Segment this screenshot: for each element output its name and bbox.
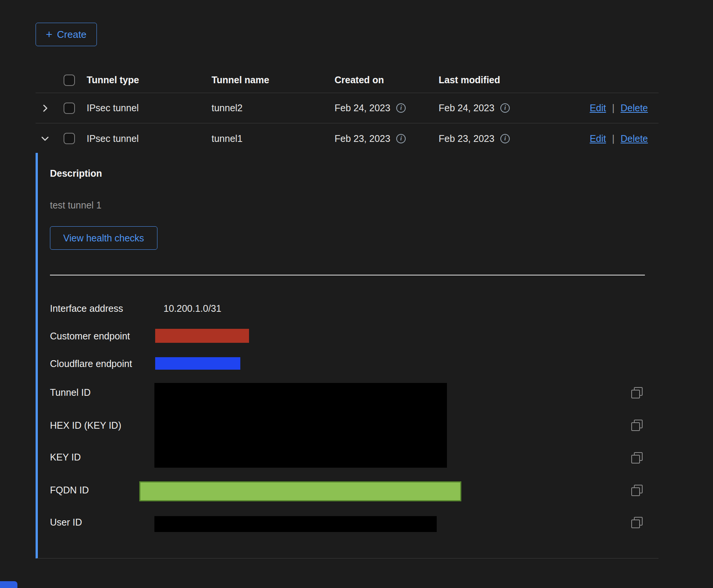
header-last-modified: Last modified bbox=[439, 75, 564, 86]
table-row-tunnel2: IPsec tunnel tunnel2 Feb 24, 2023 Feb 24… bbox=[36, 93, 659, 123]
fqdn-id-redacted-value bbox=[139, 481, 461, 501]
customer-endpoint-label: Customer endpoint bbox=[50, 330, 130, 342]
tunnel-name-cell: tunnel2 bbox=[212, 103, 335, 114]
last-modified-value: Feb 24, 2023 bbox=[439, 103, 494, 114]
info-icon[interactable] bbox=[396, 103, 406, 113]
user-id-label: User ID bbox=[50, 516, 82, 528]
actions-separator: | bbox=[612, 103, 615, 114]
edit-link[interactable]: Edit bbox=[590, 133, 606, 144]
row-actions: Edit | Delete bbox=[564, 133, 659, 144]
create-button-label: Create bbox=[57, 29, 87, 40]
tunnel-type-cell: IPsec tunnel bbox=[87, 133, 212, 144]
create-button[interactable]: Create bbox=[36, 23, 97, 46]
customer-endpoint-redacted-value bbox=[155, 329, 249, 343]
row-checkbox[interactable] bbox=[64, 133, 75, 144]
panel-divider bbox=[50, 275, 645, 275]
copy-icon[interactable] bbox=[631, 420, 643, 431]
created-on-cell: Feb 23, 2023 bbox=[335, 133, 439, 144]
cloudflare-endpoint-label: Cloudflare endpoint bbox=[50, 358, 132, 369]
tunnel-name-cell: tunnel1 bbox=[212, 133, 335, 144]
checkbox-cell bbox=[58, 103, 87, 114]
copy-icon[interactable] bbox=[631, 517, 643, 528]
user-id-redacted-value bbox=[154, 516, 437, 532]
hex-id-label: HEX ID (KEY ID) bbox=[50, 420, 121, 431]
row-actions: Edit | Delete bbox=[564, 103, 659, 114]
tunnel-type-cell: IPsec tunnel bbox=[87, 103, 212, 114]
table-row-tunnel1: IPsec tunnel tunnel1 Feb 23, 2023 Feb 23… bbox=[36, 123, 659, 154]
last-modified-cell: Feb 23, 2023 bbox=[439, 133, 564, 144]
delete-link[interactable]: Delete bbox=[621, 103, 648, 114]
created-on-cell: Feb 24, 2023 bbox=[335, 103, 439, 114]
copy-icon[interactable] bbox=[631, 387, 643, 398]
expand-cell bbox=[36, 134, 58, 143]
fqdn-id-label: FQDN ID bbox=[50, 484, 89, 496]
created-on-value: Feb 23, 2023 bbox=[335, 133, 390, 144]
chevron-right-icon[interactable] bbox=[40, 103, 50, 113]
header-created-on: Created on bbox=[335, 75, 439, 86]
last-modified-value: Feb 23, 2023 bbox=[439, 133, 494, 144]
last-modified-cell: Feb 24, 2023 bbox=[439, 103, 564, 114]
info-icon[interactable] bbox=[500, 103, 510, 113]
checkbox-cell bbox=[58, 133, 87, 144]
header-tunnel-type: Tunnel type bbox=[87, 75, 212, 86]
corner-blue-widget[interactable] bbox=[0, 581, 17, 588]
info-icon[interactable] bbox=[396, 134, 406, 143]
description-value: test tunnel 1 bbox=[50, 200, 101, 211]
cloudflare-endpoint-redacted-value bbox=[155, 357, 240, 370]
select-all-checkbox[interactable] bbox=[64, 75, 75, 86]
actions-separator: | bbox=[612, 133, 615, 144]
created-on-value: Feb 24, 2023 bbox=[335, 103, 390, 114]
expand-cell bbox=[36, 103, 58, 113]
tunnel-details-panel: Description test tunnel 1 View health ch… bbox=[36, 153, 659, 558]
copy-icon[interactable] bbox=[631, 452, 643, 464]
view-health-checks-button[interactable]: View health checks bbox=[50, 226, 157, 250]
delete-link[interactable]: Delete bbox=[621, 133, 648, 144]
interface-address-value: 10.200.1.0/31 bbox=[163, 303, 221, 314]
row-checkbox[interactable] bbox=[64, 103, 75, 114]
tunnel-hex-key-redacted-values bbox=[154, 383, 447, 468]
tunnels-page: Create Tunnel type Tunnel name Created o… bbox=[0, 0, 713, 588]
header-checkbox-cell bbox=[58, 75, 87, 86]
table-header-row: Tunnel type Tunnel name Created on Last … bbox=[36, 67, 659, 93]
copy-icon[interactable] bbox=[631, 485, 643, 496]
interface-address-label: Interface address bbox=[50, 303, 123, 314]
chevron-down-icon[interactable] bbox=[40, 134, 50, 143]
edit-link[interactable]: Edit bbox=[590, 103, 606, 114]
description-label: Description bbox=[50, 168, 102, 179]
plus-icon bbox=[46, 29, 53, 40]
key-id-label: KEY ID bbox=[50, 451, 81, 463]
tunnels-table: Tunnel type Tunnel name Created on Last … bbox=[36, 67, 659, 154]
tunnel-id-label: Tunnel ID bbox=[50, 387, 90, 398]
info-icon[interactable] bbox=[500, 134, 510, 143]
header-tunnel-name: Tunnel name bbox=[212, 75, 335, 86]
